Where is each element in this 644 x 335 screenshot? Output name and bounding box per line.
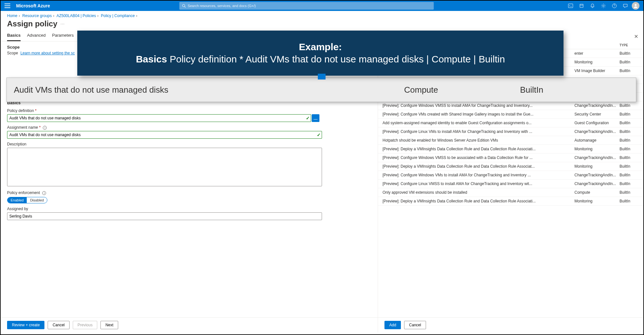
menu-icon[interactable] xyxy=(5,4,10,8)
description-label: Description xyxy=(7,142,371,146)
avatar[interactable] xyxy=(632,2,639,10)
person-icon xyxy=(633,3,638,8)
cloud-shell-icon[interactable] xyxy=(568,3,573,8)
definition-type: BuiltIn xyxy=(620,129,639,134)
definitions-cancel-button[interactable]: Cancel xyxy=(404,321,426,329)
definition-row[interactable]: [Preview]: Configure Windows VMs to inst… xyxy=(378,171,643,180)
definition-name: [Preview]: Configure Windows VMs to inst… xyxy=(383,173,574,177)
scope-learn-more-link[interactable]: Learn more about setting the sc xyxy=(20,51,75,55)
enforcement-disabled[interactable]: Disabled xyxy=(27,197,47,203)
description-input[interactable] xyxy=(7,148,322,186)
definition-type: BuiltIn xyxy=(620,51,639,56)
search-icon xyxy=(182,4,186,8)
help-icon[interactable] xyxy=(612,3,617,8)
svg-point-0 xyxy=(182,5,185,7)
top-bar: Microsoft Azure xyxy=(1,1,643,11)
definition-category: Compute xyxy=(574,190,620,195)
definition-category: ChangeTrackingAndIn... xyxy=(574,103,620,108)
info-icon[interactable]: i xyxy=(43,126,47,130)
definition-type: BuiltIn xyxy=(620,103,639,108)
definition-name: [Preview]: Configure VMs created with Sh… xyxy=(383,112,574,116)
definition-row[interactable]: Only approved VM extensions should be in… xyxy=(378,188,643,197)
definition-name: [Preview]: Configure Linux VMSS to insta… xyxy=(383,181,574,186)
example-line2-bold: Basics xyxy=(136,54,167,64)
right-footer: Add Cancel xyxy=(378,317,643,332)
example-row-category: Compute xyxy=(404,85,520,95)
definition-name: [Preview]: Deploy a VMInsights Data Coll… xyxy=(383,147,574,151)
assignment-name-input[interactable] xyxy=(7,131,322,139)
definition-row[interactable]: [Preview]: Configure VMs created with Sh… xyxy=(378,110,643,119)
breadcrumb-compliance[interactable]: Policy | Compliance xyxy=(101,14,135,18)
svg-point-5 xyxy=(635,4,637,6)
breadcrumb-home[interactable]: Home xyxy=(7,14,17,18)
notifications-icon[interactable] xyxy=(590,3,595,8)
feedback-icon[interactable] xyxy=(623,3,628,8)
brand-label: Microsoft Azure xyxy=(16,3,50,8)
definition-row[interactable]: [Preview]: Deploy a VMInsights Data Coll… xyxy=(378,197,643,206)
definition-category: Monitoring xyxy=(574,164,620,169)
definition-row[interactable]: [Preview]: Configure Linux VMs to instal… xyxy=(378,127,643,136)
definition-type: BuiltIn xyxy=(620,173,639,177)
definition-name: [Preview]: Configure Windows VMSS to be … xyxy=(383,155,574,160)
definition-type: BuiltIn xyxy=(620,112,639,116)
definition-category: Monitoring xyxy=(574,199,620,203)
cancel-button[interactable]: Cancel xyxy=(48,321,69,329)
previous-button: Previous xyxy=(73,321,98,329)
policy-definition-label: Policy definition xyxy=(7,108,34,113)
enforcement-toggle[interactable]: Enabled Disabled xyxy=(7,197,47,203)
definition-type: BuiltIn xyxy=(620,138,639,143)
definition-category: Automanage xyxy=(574,138,620,143)
next-button[interactable]: Next xyxy=(100,321,118,329)
global-search[interactable] xyxy=(179,2,434,10)
definition-category: ChangeTrackingAndIn... xyxy=(574,181,620,186)
more-icon[interactable]: ··· xyxy=(61,22,65,26)
definition-type: BuiltIn xyxy=(620,121,639,125)
example-row-name: Audit VMs that do not use managed disks xyxy=(7,85,404,95)
definition-name: Add system-assigned managed identity to … xyxy=(383,121,574,125)
enforcement-enabled[interactable]: Enabled xyxy=(7,197,27,203)
definition-category: Guest Configuration xyxy=(574,121,620,125)
tab-advanced[interactable]: Advanced xyxy=(27,30,46,41)
directories-icon[interactable] xyxy=(579,3,584,8)
svg-point-3 xyxy=(603,5,604,7)
breadcrumb: Home› Resource groups› AZ500LAB04 | Poli… xyxy=(1,11,643,19)
tab-basics[interactable]: Basics xyxy=(7,30,21,41)
definition-row[interactable]: [Preview]: Deploy a VMInsights Data Coll… xyxy=(378,145,643,154)
definition-row[interactable]: [Preview]: Deploy a VMInsights Data Coll… xyxy=(378,162,643,171)
policy-definition-input[interactable] xyxy=(7,114,311,122)
definition-row[interactable]: [Preview]: Configure Windows VMSS to be … xyxy=(378,154,643,162)
definition-type: BuiltIn xyxy=(620,155,639,160)
close-icon[interactable]: ✕ xyxy=(634,33,638,40)
definition-name: Only approved VM extensions should be in… xyxy=(383,190,574,195)
definition-name: Hotpatch should be enabled for Windows S… xyxy=(383,138,574,143)
definition-category: enter xyxy=(574,51,620,56)
definition-category: ChangeTrackingAndIn... xyxy=(574,155,620,160)
definition-category: VM Image Builder xyxy=(574,69,620,73)
left-footer: Review + create Cancel Previous Next xyxy=(1,317,378,332)
required-marker: * xyxy=(39,125,41,130)
definition-type: BuiltIn xyxy=(620,164,639,169)
definition-row[interactable]: Hotpatch should be enabled for Windows S… xyxy=(378,136,643,145)
assigned-by-label: Assigned by xyxy=(7,207,371,211)
definition-row[interactable]: [Preview]: Configure Linux VMSS to insta… xyxy=(378,180,643,188)
search-input[interactable] xyxy=(188,4,431,8)
info-icon[interactable]: i xyxy=(42,191,46,195)
review-create-button[interactable]: Review + create xyxy=(7,321,44,329)
breadcrumb-lab[interactable]: AZ500LAB04 | Policies xyxy=(56,14,96,18)
policy-enforcement-label: Policy enforcement xyxy=(7,191,40,195)
svg-rect-2 xyxy=(568,4,573,8)
add-button[interactable]: Add xyxy=(384,321,401,329)
breadcrumb-resource-groups[interactable]: Resource groups xyxy=(22,14,52,18)
assigned-by-input[interactable] xyxy=(7,212,322,220)
policy-definition-picker-button[interactable]: … xyxy=(312,114,319,122)
tab-parameters[interactable]: Parameters xyxy=(52,30,74,41)
svg-line-1 xyxy=(185,6,185,7)
example-row-type: BuiltIn xyxy=(520,85,636,95)
definition-row[interactable]: Add system-assigned managed identity to … xyxy=(378,119,643,127)
assignment-name-label: Assignment name xyxy=(7,125,38,130)
definition-row[interactable]: [Preview]: Configure Windows VMSS to ins… xyxy=(378,101,643,110)
gear-icon[interactable] xyxy=(601,3,606,8)
definition-category: Monitoring xyxy=(574,60,620,64)
definition-type: BuiltIn xyxy=(620,60,639,64)
definition-type: BuiltIn xyxy=(620,190,639,195)
